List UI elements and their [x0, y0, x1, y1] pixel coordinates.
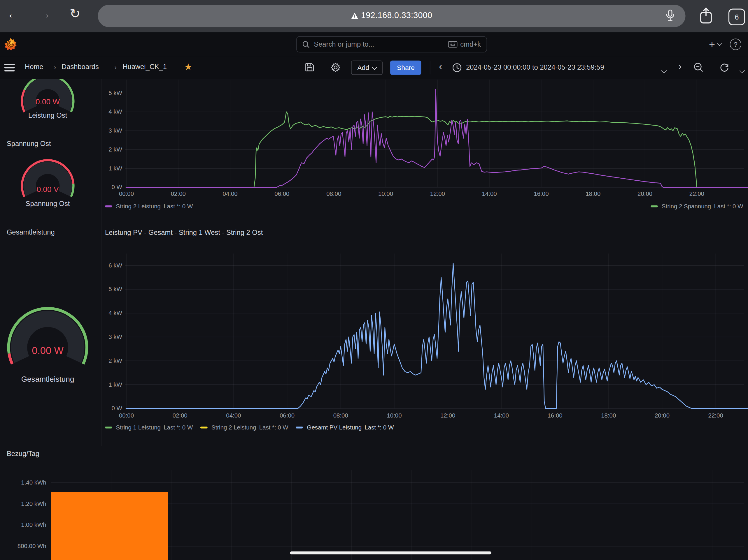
svg-text:2 kW: 2 kW: [109, 357, 122, 364]
browser-forward-button[interactable]: →: [38, 7, 51, 20]
settings-gear-icon[interactable]: [331, 62, 341, 72]
svg-text:04:00: 04:00: [223, 190, 238, 197]
breadcrumb-home[interactable]: Home: [25, 63, 43, 71]
gauge-label-gesamtleistung: Gesamtleistung: [0, 375, 95, 384]
refresh-interval-chevron[interactable]: [741, 66, 744, 74]
breadcrumb-dashboard-name[interactable]: Huawei_CK_1: [122, 63, 167, 71]
svg-text:0 W: 0 W: [111, 184, 122, 190]
svg-text:02:00: 02:00: [173, 412, 188, 419]
legend-color-dash: [200, 427, 208, 429]
time-forward-chevron[interactable]: ›: [678, 61, 681, 71]
browser-chrome: ← → ↻ 192.168.0.33:3000 6: [0, 0, 748, 32]
panel-title-gesamtleistung[interactable]: Gesamtleistung: [7, 228, 55, 236]
share-icon[interactable]: [699, 7, 713, 25]
time-dropdown-chevron[interactable]: [662, 66, 666, 74]
add-button[interactable]: Add: [351, 60, 382, 75]
svg-text:00:00: 00:00: [119, 190, 134, 197]
browser-reload-button[interactable]: ↻: [70, 7, 80, 20]
svg-text:00:00: 00:00: [119, 412, 134, 419]
svg-text:18:00: 18:00: [601, 412, 616, 419]
svg-text:04:00: 04:00: [226, 412, 241, 419]
svg-text:6 kW: 6 kW: [109, 262, 122, 269]
zoom-out-icon[interactable]: [694, 62, 703, 72]
legend-item-label: String 2 Leistung Last *: 0 W: [116, 203, 193, 210]
breadcrumb-separator: ›: [115, 64, 117, 71]
gauge-value-gesamtleistung: 0.00 W: [0, 345, 95, 356]
svg-text:20:00: 20:00: [655, 412, 670, 419]
url-text: 192.168.0.33:3000: [98, 10, 685, 20]
dashboard-toolbar: Home › Dashboards › Huawei_CK_1 ★ Add Sh…: [0, 56, 748, 79]
svg-text:10:00: 10:00: [378, 190, 393, 197]
legend-color-dash: [105, 205, 112, 208]
svg-text:1.40 kWh: 1.40 kWh: [21, 479, 46, 486]
menu-icon[interactable]: [4, 63, 15, 73]
legend-color-dash: [105, 427, 112, 429]
panel-title-spannung-ost[interactable]: Spannung Ost: [7, 140, 51, 147]
breadcrumb-dashboards[interactable]: Dashboards: [62, 63, 99, 71]
search-icon: [302, 41, 310, 48]
search-placeholder: Search or jump to...: [314, 41, 448, 48]
save-icon[interactable]: [305, 62, 314, 72]
favorite-star-icon[interactable]: ★: [184, 62, 192, 73]
legend-top-chart: String 2 Leistung Last *: 0 W: [105, 203, 193, 210]
svg-text:08:00: 08:00: [326, 190, 341, 197]
gauge-label-leistung-ost: Leistung Ost: [0, 112, 95, 119]
clock-icon[interactable]: [452, 63, 462, 73]
legend-item-label: String 2 Leistung Last *: 0 W: [211, 424, 288, 431]
legend-color-dash: [651, 205, 658, 208]
grafana-topnav: Search or jump to... cmd+k + ?: [0, 32, 748, 56]
legend-item-label: Gesamt PV Leistung Last *: 0 W: [307, 424, 394, 431]
svg-text:1 kW: 1 kW: [109, 381, 122, 388]
dashboard-content: 0 W1 kW2 kW3 kW4 kW5 kW00:0002:0004:0006…: [0, 79, 748, 560]
legend-item[interactable]: String 1 Leistung Last *: 0 W: [105, 424, 193, 431]
svg-text:06:00: 06:00: [280, 412, 295, 419]
add-new-button[interactable]: +: [709, 38, 721, 51]
home-indicator[interactable]: [290, 552, 491, 555]
svg-text:1 kW: 1 kW: [109, 165, 122, 172]
svg-text:0 W: 0 W: [111, 405, 122, 411]
panel-title-pv-chart[interactable]: Leistung PV - Gesamt - String 1 West - S…: [105, 229, 263, 236]
svg-text:4 kW: 4 kW: [109, 310, 122, 316]
gauge-value-leistung-ost: 0.00 W: [0, 98, 95, 106]
legend-item[interactable]: Gesamt PV Leistung Last *: 0 W: [296, 424, 394, 431]
svg-text:2 kW: 2 kW: [109, 146, 122, 153]
screen: ← → ↻ 192.168.0.33:3000 6: [0, 0, 748, 560]
svg-text:3 kW: 3 kW: [109, 127, 122, 134]
legend-pv-chart: String 1 Leistung Last *: 0 WString 2 Le…: [105, 424, 394, 431]
legend-item[interactable]: String 2 Leistung Last *: 0 W: [200, 424, 288, 431]
svg-text:12:00: 12:00: [430, 190, 445, 197]
tabs-button[interactable]: 6: [728, 8, 745, 25]
grafana-logo-icon[interactable]: [4, 38, 17, 51]
refresh-icon[interactable]: [719, 62, 729, 72]
time-back-chevron[interactable]: ‹: [439, 61, 442, 71]
svg-text:18:00: 18:00: [586, 190, 601, 197]
panel-title-bezug-tag[interactable]: Bezug/Tag: [7, 450, 39, 458]
legend-item-label: String 1 Leistung Last *: 0 W: [116, 424, 193, 431]
svg-text:02:00: 02:00: [171, 190, 186, 197]
microphone-icon[interactable]: [665, 9, 675, 23]
svg-text:16:00: 16:00: [534, 190, 548, 197]
svg-text:20:00: 20:00: [637, 190, 652, 197]
address-bar[interactable]: 192.168.0.33:3000: [98, 5, 685, 27]
browser-back-button[interactable]: ←: [7, 7, 20, 20]
toolbar-divider: [430, 61, 430, 74]
share-button[interactable]: Share: [390, 60, 421, 75]
svg-text:5 kW: 5 kW: [109, 286, 122, 292]
svg-text:16:00: 16:00: [548, 412, 563, 419]
help-icon[interactable]: ?: [730, 39, 741, 50]
svg-text:4 kW: 4 kW: [109, 108, 122, 115]
nav-right-actions: + ?: [709, 32, 741, 56]
search-shortcut: cmd+k: [448, 41, 481, 48]
time-range-picker[interactable]: 2024-05-23 00:00:00 to 2024-05-23 23:59:…: [466, 64, 604, 71]
svg-text:06:00: 06:00: [274, 190, 289, 197]
svg-text:5 kW: 5 kW: [109, 90, 122, 96]
legend-item[interactable]: String 2 Leistung Last *: 0 W: [105, 203, 193, 210]
legend-item[interactable]: String 2 Spannung Last *: 0 W: [651, 203, 743, 210]
svg-text:3 kW: 3 kW: [109, 333, 122, 340]
legend-item-label: String 2 Spannung Last *: 0 W: [662, 203, 743, 210]
gauge-value-spannung-ost: 0.00 V: [0, 185, 95, 194]
bar-bezug-2024-05-23: [51, 492, 168, 560]
charts-canvas[interactable]: 0 W1 kW2 kW3 kW4 kW5 kW00:0002:0004:0006…: [0, 79, 748, 560]
svg-text:800.00 Wh: 800.00 Wh: [18, 542, 46, 549]
search-input[interactable]: Search or jump to... cmd+k: [296, 36, 487, 52]
